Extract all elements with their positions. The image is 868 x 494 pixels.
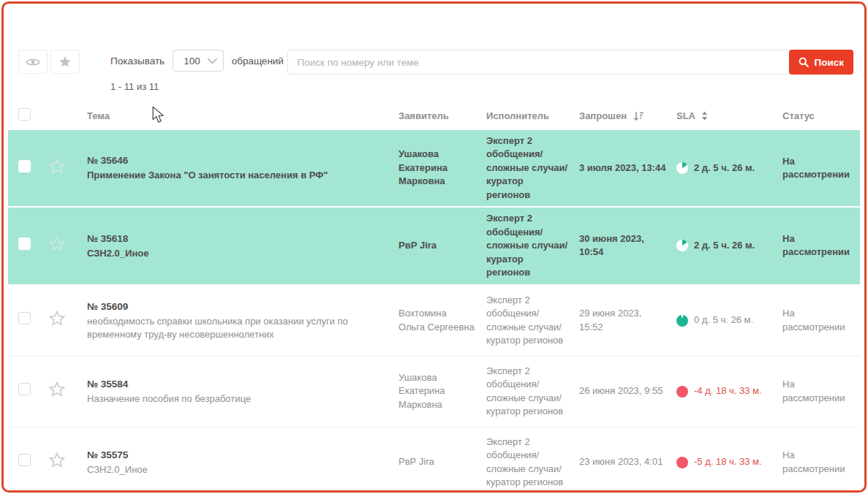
executor-name: Эксперт 2 обобщения/сложные случаи/курат… bbox=[479, 208, 573, 284]
search-input[interactable] bbox=[287, 50, 789, 75]
sla-cell: -5 д. 18 ч. 33 м. bbox=[671, 451, 774, 473]
sla-value: 2 д. 5 ч. 26 м. bbox=[694, 162, 755, 175]
sla-indicator-icon bbox=[676, 386, 688, 398]
ticket-number[interactable]: № 35646 bbox=[87, 153, 380, 167]
row-checkbox[interactable] bbox=[18, 312, 31, 324]
column-header-requested[interactable]: Запрошен bbox=[573, 105, 671, 127]
favorite-star-icon[interactable] bbox=[49, 381, 65, 397]
sla-value: 2 д. 5 ч. 26 м. bbox=[694, 239, 755, 252]
status-label: На рассмотрении bbox=[774, 303, 860, 338]
select-all-checkbox[interactable] bbox=[18, 108, 31, 121]
search-button-label: Поиск bbox=[814, 57, 844, 68]
ticket-number[interactable]: № 35575 bbox=[87, 448, 380, 462]
sla-cell: 0 д. 5 ч. 26 м. bbox=[671, 309, 774, 331]
sort-both-icon[interactable] bbox=[701, 111, 708, 121]
row-checkbox[interactable] bbox=[18, 383, 31, 395]
row-checkbox[interactable] bbox=[18, 454, 31, 466]
pagination-range: 1 - 11 из 11 bbox=[110, 81, 284, 92]
sla-cell: 2 д. 5 ч. 26 м. bbox=[671, 157, 774, 179]
column-header-executor[interactable]: Исполнитель bbox=[479, 105, 573, 127]
ticket-number[interactable]: № 35609 bbox=[87, 300, 380, 314]
applicant-name: Ушакова Екатерина Марковна bbox=[390, 367, 479, 416]
row-checkbox[interactable] bbox=[18, 160, 31, 172]
toolbar: Показывать 100 обращений 1 - 11 из 11 По… bbox=[4, 4, 864, 92]
star-icon bbox=[59, 56, 72, 68]
requested-datetime: 3 июля 2023, 13:44 bbox=[573, 157, 671, 179]
requested-datetime: 29 июня 2023, 15:52 bbox=[573, 303, 671, 338]
requested-datetime: 26 июня 2023, 9:55 bbox=[573, 380, 671, 402]
column-header-status[interactable]: Статус bbox=[774, 105, 860, 127]
status-label: На рассмотрении bbox=[774, 444, 860, 480]
favorite-star-icon[interactable] bbox=[49, 452, 65, 468]
executor-name: Эксперт 2 обобщения/сложные случаи/курат… bbox=[479, 289, 573, 352]
requested-datetime: 23 июня 2023, 4:01 bbox=[573, 451, 671, 473]
table-header: Тема Заявитель Исполнитель Запрошен SLA bbox=[8, 102, 860, 130]
ticket-number[interactable]: № 35584 bbox=[87, 377, 380, 391]
ticket-topic: Применение Закона "О занятости населения… bbox=[87, 169, 380, 182]
per-page-block: Показывать 100 обращений 1 - 11 из 11 bbox=[110, 50, 284, 92]
sla-indicator-icon bbox=[676, 162, 688, 174]
applicant-name: Вохтомина Ольга Сергеевна bbox=[390, 303, 479, 338]
requests-table: Тема Заявитель Исполнитель Запрошен SLA bbox=[8, 102, 860, 493]
ticket-topic: СЗН2.0_Иное bbox=[87, 247, 380, 260]
sort-descending-icon[interactable] bbox=[633, 111, 644, 121]
sla-cell: -4 д. 18 ч. 33 м. bbox=[671, 380, 774, 402]
chevron-down-icon bbox=[208, 54, 217, 64]
sla-value: -5 д. 18 ч. 33 м. bbox=[694, 455, 762, 468]
favorite-star-icon[interactable] bbox=[49, 311, 65, 326]
favorite-star-icon[interactable] bbox=[49, 236, 65, 251]
per-page-value: 100 bbox=[184, 56, 200, 66]
ticket-topic: СЗН2.0_Иное bbox=[87, 463, 380, 476]
favorite-star-icon[interactable] bbox=[49, 159, 65, 174]
sla-value: -4 д. 18 ч. 33 м. bbox=[694, 384, 762, 398]
table-row[interactable]: № 35609необходимость справки школьника п… bbox=[8, 286, 860, 357]
ticket-number[interactable]: № 35618 bbox=[87, 232, 380, 246]
ticket-topic: необходимость справки школьника при оказ… bbox=[87, 315, 380, 342]
status-label: На рассмотрении bbox=[774, 151, 860, 186]
search-button[interactable]: Поиск bbox=[789, 50, 853, 75]
sla-value: 0 д. 5 ч. 26 м. bbox=[694, 314, 753, 327]
applicant-name: РвР Jira bbox=[390, 235, 479, 256]
sla-indicator-icon bbox=[676, 315, 688, 327]
table-row[interactable]: № 35575СЗН2.0_ИноеРвР JiraЭксперт 2 обоб… bbox=[8, 428, 860, 493]
show-label: Показывать bbox=[110, 56, 165, 66]
sla-cell: 2 д. 5 ч. 26 м. bbox=[671, 235, 774, 256]
executor-name: Эксперт 2 обобщения/сложные случаи/курат… bbox=[479, 431, 573, 493]
executor-name: Эксперт 2 обобщения/сложные случаи/курат… bbox=[479, 360, 573, 423]
search-group: Поиск bbox=[287, 50, 853, 75]
status-label: На рассмотрении bbox=[774, 373, 860, 409]
applicant-name: РвР Jira bbox=[390, 451, 479, 473]
table-row[interactable]: № 35584Назначение пособия по безработице… bbox=[8, 357, 860, 428]
per-page-select[interactable]: 100 bbox=[173, 50, 224, 72]
executor-name: Эксперт 2 обобщения/сложные случаи/курат… bbox=[479, 130, 573, 206]
column-header-topic[interactable]: Тема bbox=[77, 105, 390, 127]
visibility-toggle-button[interactable] bbox=[18, 50, 48, 74]
favorites-filter-button[interactable] bbox=[50, 50, 80, 74]
applicant-name: Ушакова Екатерина Марковна bbox=[390, 143, 479, 192]
app-window: Показывать 100 обращений 1 - 11 из 11 По… bbox=[1, 1, 867, 493]
magnifier-icon bbox=[799, 57, 809, 67]
status-label: На рассмотрении bbox=[774, 228, 860, 264]
sla-indicator-icon bbox=[676, 457, 688, 468]
row-checkbox[interactable] bbox=[18, 238, 31, 250]
sla-indicator-icon bbox=[676, 240, 688, 251]
table-row[interactable]: № 35618СЗН2.0_ИноеРвР JiraЭксперт 2 обоб… bbox=[8, 208, 860, 285]
requested-datetime: 30 июня 2023, 10:54 bbox=[573, 228, 671, 264]
ticket-topic: Назначение пособия по безработице bbox=[87, 392, 380, 406]
table-body: № 35646Применение Закона "О занятости на… bbox=[8, 130, 860, 493]
table-row[interactable]: № 35646Применение Закона "О занятости на… bbox=[8, 130, 860, 208]
column-header-sla[interactable]: SLA bbox=[671, 105, 774, 127]
eye-icon bbox=[26, 57, 40, 67]
per-page-suffix: обращений bbox=[232, 56, 284, 66]
column-header-applicant[interactable]: Заявитель bbox=[390, 105, 479, 127]
